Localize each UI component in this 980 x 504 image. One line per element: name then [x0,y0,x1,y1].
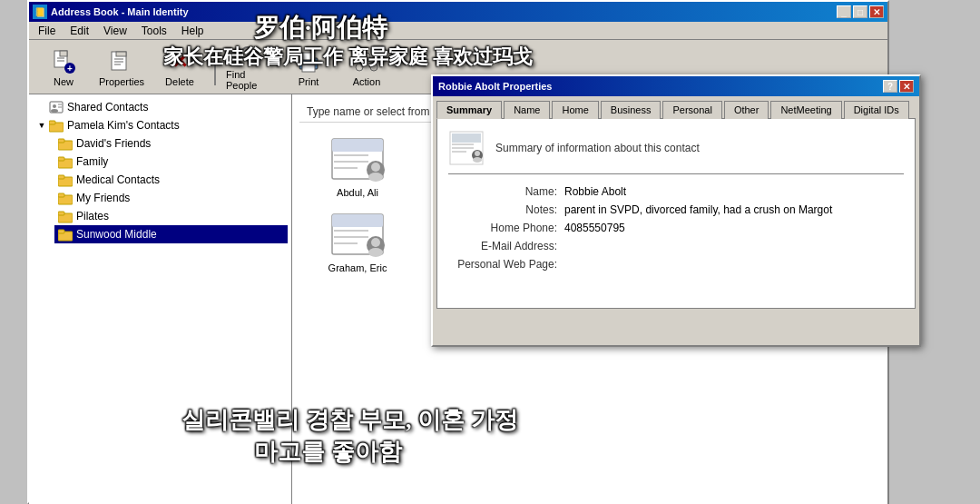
svg-rect-1 [60,51,67,56]
sunwood-middle-label: Sunwood Middle [76,228,157,241]
contact-card-icon [330,212,385,262]
tab-business[interactable]: Business [601,101,662,119]
davids-friends-label: David's Friends [76,137,151,150]
menu-tools[interactable]: Tools [134,23,174,39]
expand-icon [36,102,47,113]
svg-point-21 [370,64,377,71]
name-row: Name: Robbie Abolt [448,185,904,198]
tabs-row: SummaryNameHomeBusinessPersonalOtherNetM… [433,96,919,118]
menu-help[interactable]: Help [174,23,211,39]
svg-text:+: + [67,64,73,74]
maximize-button[interactable]: □ [853,5,867,18]
dialog-close-button[interactable]: ✕ [899,80,914,93]
svg-point-18 [312,60,316,64]
svg-rect-17 [302,64,315,72]
folder-icon-family [58,154,73,169]
svg-rect-32 [58,139,64,143]
svg-rect-42 [58,230,64,233]
svg-rect-30 [49,121,55,124]
delete-button[interactable]: ✕ Delete [152,44,207,91]
tab-digital-ids[interactable]: Digital IDs [844,101,909,119]
properties-icon [107,47,136,76]
family-label: Family [76,155,108,168]
summary-contact-icon [448,130,485,166]
svg-point-49 [371,163,380,172]
pilates-label: Pilates [76,210,109,222]
svg-rect-40 [58,212,64,215]
tab-personal[interactable]: Personal [662,101,721,119]
expand-icon-pamela: ▼ [36,120,47,131]
find-people-button[interactable]: Find People [223,44,278,91]
sidebar-item-sunwood-middle[interactable]: Sunwood Middle [54,225,288,243]
properties-button[interactable]: Properties [94,44,149,91]
phone-label: Home Phone: [448,222,557,234]
svg-rect-84 [332,214,383,227]
svg-line-23 [367,60,374,64]
notes-row: Notes: parent in SVPD, divorced family, … [448,203,904,216]
new-label: New [54,76,74,87]
name-label: Name: [448,185,557,198]
menu-edit[interactable]: Edit [63,23,96,39]
sidebar-item-pamela-kim[interactable]: ▼ Pamela Kim's Contacts [33,116,288,134]
web-row: Personal Web Page: [448,258,904,271]
summary-header: Summary of information about this contac… [448,130,904,174]
sidebar: Shared Contacts ▼ Pamela Kim's Contacts [29,94,292,504]
svg-point-26 [51,109,58,113]
email-row: E-Mail Address: [448,240,904,252]
sidebar-item-medical[interactable]: Medical Contacts [54,171,288,189]
app-icon: 📒 [33,5,47,19]
svg-point-90 [368,248,383,257]
menu-file[interactable]: File [31,23,63,39]
sidebar-item-davids-friends[interactable]: David's Friends [54,134,288,153]
svg-point-13 [245,49,250,54]
new-icon: + [49,47,78,76]
pamela-kim-label: Pamela Kim's Contacts [67,119,180,132]
menu-view[interactable]: View [96,23,134,39]
new-button[interactable]: + New [36,44,91,91]
sidebar-item-shared-contacts[interactable]: Shared Contacts [33,98,288,116]
print-button[interactable]: Print [281,44,336,91]
properties-label: Properties [99,76,144,87]
svg-point-129 [475,151,480,156]
summary-text: Summary of information about this contac… [495,142,700,154]
menu-bar: File Edit View Tools Help [29,22,887,40]
svg-rect-7 [116,52,126,56]
tab-content: Summary of information about this contac… [436,118,916,309]
shared-contacts-label: Shared Contacts [67,101,148,114]
delete-label: Delete [165,76,194,87]
contact-item[interactable]: Graham, Eric [303,209,412,277]
close-button[interactable]: ✕ [869,5,884,18]
sidebar-item-family[interactable]: Family [54,153,288,171]
svg-rect-124 [452,133,481,143]
tab-name[interactable]: Name [504,101,550,119]
sidebar-item-pilates[interactable]: Pilates [54,207,288,225]
notes-label: Notes: [448,203,557,216]
svg-point-19 [363,53,370,60]
delete-icon: ✕ [165,47,194,76]
print-icon [294,47,323,76]
notes-value: parent in SVPD, divorced family, had a c… [564,203,904,216]
action-button[interactable]: Action [339,44,394,91]
toolbar-separator [214,49,216,85]
minimize-button[interactable]: _ [837,5,851,18]
tab-home[interactable]: Home [552,101,598,119]
svg-rect-34 [58,157,64,161]
dialog-help-button[interactable]: ? [883,80,897,93]
svg-rect-16 [302,53,315,60]
svg-rect-38 [58,193,64,197]
contact-item[interactable]: Abdul, Ali [303,133,412,202]
svg-point-130 [473,157,482,163]
name-value: Robbie Abolt [564,185,904,198]
tab-netmeeting[interactable]: NetMeeting [770,101,841,119]
svg-point-89 [371,238,380,247]
email-label: E-Mail Address: [448,240,557,252]
svg-line-22 [359,60,367,64]
tab-other[interactable]: Other [724,101,769,119]
contact-name: Graham, Eric [328,262,387,273]
folder-icon-my-friends [58,191,73,205]
sidebar-item-my-friends[interactable]: My Friends [54,189,288,207]
folder-icon-pamela [49,118,64,133]
tab-summary[interactable]: Summary [436,101,502,119]
email-value [564,240,904,252]
medical-contacts-label: Medical Contacts [76,173,160,186]
